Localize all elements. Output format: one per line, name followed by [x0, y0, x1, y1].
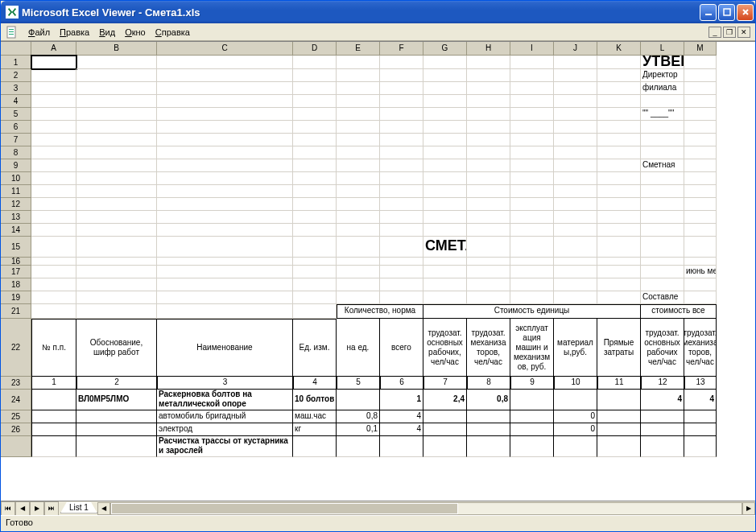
row-header[interactable]: 3 — [1, 82, 31, 95]
cell[interactable] — [157, 82, 293, 95]
cell[interactable] — [554, 82, 597, 95]
cell[interactable] — [597, 258, 641, 266]
cell[interactable] — [157, 56, 293, 69]
cell[interactable] — [380, 211, 423, 224]
cell[interactable] — [554, 172, 597, 185]
cell[interactable] — [337, 95, 380, 108]
cell[interactable] — [380, 291, 423, 304]
menu-window[interactable]: Окно — [120, 26, 151, 39]
row-header[interactable]: 16 — [1, 258, 31, 266]
cell[interactable] — [157, 146, 293, 159]
cell[interactable] — [76, 185, 157, 198]
cell[interactable] — [337, 390, 380, 410]
cell[interactable] — [293, 198, 337, 211]
cell[interactable] — [157, 95, 293, 108]
cell[interactable] — [467, 121, 510, 134]
cell[interactable] — [641, 95, 684, 108]
cell[interactable] — [337, 56, 380, 69]
cell[interactable] — [554, 211, 597, 224]
cell[interactable]: 6 — [380, 377, 423, 390]
cell[interactable] — [684, 82, 717, 95]
doc-close-button[interactable]: ✕ — [737, 27, 750, 38]
row-header[interactable]: 17 — [1, 266, 31, 278]
cell[interactable] — [554, 291, 597, 304]
cell[interactable]: 5 — [337, 377, 380, 390]
cell[interactable]: "" ____"" — [641, 108, 684, 121]
maximize-button[interactable] — [718, 4, 735, 21]
cell[interactable] — [467, 108, 510, 121]
cell[interactable]: Наименование — [157, 319, 293, 377]
cell[interactable] — [510, 410, 554, 423]
cell[interactable] — [641, 278, 684, 291]
cell[interactable] — [510, 121, 554, 134]
cell[interactable] — [76, 410, 157, 423]
cell[interactable] — [31, 291, 76, 304]
cell[interactable] — [597, 198, 641, 211]
cell[interactable] — [76, 134, 157, 146]
cell[interactable] — [293, 172, 337, 185]
cell[interactable] — [76, 291, 157, 304]
cell[interactable] — [510, 185, 554, 198]
cell[interactable] — [684, 185, 717, 198]
cell[interactable] — [641, 423, 684, 436]
cell[interactable] — [293, 108, 337, 121]
cell[interactable] — [293, 258, 337, 266]
row-header[interactable]: 21 — [1, 304, 31, 319]
cell[interactable] — [380, 172, 423, 185]
cell[interactable] — [423, 82, 467, 95]
cell[interactable] — [293, 95, 337, 108]
cell[interactable]: электрод — [157, 423, 293, 436]
cell[interactable] — [293, 436, 337, 457]
cell[interactable] — [554, 146, 597, 159]
cell[interactable] — [641, 224, 684, 237]
cell[interactable] — [641, 146, 684, 159]
column-header[interactable]: I — [510, 42, 554, 56]
cell[interactable]: материал ы,руб. — [554, 319, 597, 377]
cell[interactable] — [641, 258, 684, 266]
cell[interactable] — [380, 258, 423, 266]
cell[interactable] — [597, 108, 641, 121]
cell[interactable] — [597, 278, 641, 291]
cell[interactable] — [293, 224, 337, 237]
cell[interactable] — [467, 291, 510, 304]
row-header[interactable] — [1, 436, 31, 457]
cell[interactable] — [337, 159, 380, 172]
cell[interactable] — [337, 172, 380, 185]
cell[interactable] — [684, 95, 717, 108]
scroll-right-button[interactable]: ▶ — [742, 502, 755, 515]
cell[interactable] — [554, 266, 597, 278]
cell[interactable] — [337, 258, 380, 266]
scroll-track[interactable] — [110, 502, 742, 515]
cell[interactable] — [597, 423, 641, 436]
cell[interactable]: 0,1 — [337, 423, 380, 436]
cell[interactable] — [554, 159, 597, 172]
cell[interactable] — [76, 121, 157, 134]
cell[interactable] — [597, 159, 641, 172]
cell[interactable] — [31, 258, 76, 266]
cell[interactable] — [641, 237, 684, 258]
cell[interactable] — [467, 82, 510, 95]
cell[interactable] — [597, 224, 641, 237]
cell[interactable]: 2 — [76, 377, 157, 390]
cell[interactable] — [597, 410, 641, 423]
cell[interactable] — [467, 423, 510, 436]
cell[interactable]: 1 — [380, 390, 423, 410]
minimize-button[interactable] — [700, 4, 717, 21]
cell[interactable] — [293, 159, 337, 172]
cell[interactable] — [31, 436, 76, 457]
cell[interactable] — [337, 121, 380, 134]
cell[interactable] — [380, 266, 423, 278]
cell[interactable] — [597, 237, 641, 258]
cell[interactable] — [31, 390, 76, 410]
cell[interactable] — [31, 159, 76, 172]
cell[interactable] — [423, 266, 467, 278]
cell[interactable] — [597, 390, 641, 410]
cell[interactable] — [597, 82, 641, 95]
row-header[interactable]: 4 — [1, 95, 31, 108]
cell[interactable] — [293, 134, 337, 146]
row-header[interactable]: 22 — [1, 319, 31, 377]
cell[interactable] — [157, 304, 293, 319]
cell[interactable] — [337, 266, 380, 278]
cell[interactable] — [554, 278, 597, 291]
cell[interactable] — [76, 159, 157, 172]
